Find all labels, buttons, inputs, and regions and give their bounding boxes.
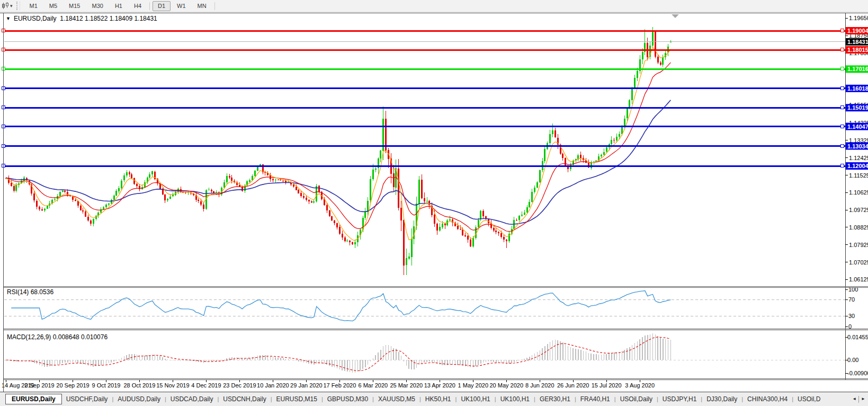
hline-1.14047[interactable] — [2, 125, 846, 128]
tab-xauusd-m5[interactable]: XAUUSD,M5 — [374, 395, 419, 403]
time-axis[interactable]: 14 Aug 20192 Sep 201920 Sep 20199 Oct 20… — [2, 380, 655, 389]
chart-canvas[interactable]: 1.196501.187501.178501.169501.160501.151… — [0, 13, 868, 392]
timeframe-button-m15[interactable]: M15 — [64, 1, 85, 11]
tab-eurusd-m15[interactable]: EURUSD,M15 — [272, 395, 321, 403]
candle — [211, 189, 212, 193]
date-tick-label: 20 Sep 2019 — [56, 382, 89, 389]
tab-china300-h4[interactable]: CHINA300,H4 — [743, 395, 792, 403]
tab-usdjpy-h1[interactable]: USDJPY,H1 — [658, 395, 701, 403]
tab-ger30-h1[interactable]: GER30,H1 — [535, 395, 575, 403]
candle — [649, 42, 651, 59]
date-tick-label: 9 Oct 2019 — [92, 382, 121, 389]
hline-right-handle — [841, 29, 844, 32]
tab-hk50-h1[interactable]: HK50,H1 — [421, 395, 455, 403]
tab-usdchf-daily[interactable]: USDCHF,Daily — [62, 395, 112, 403]
pane-separators[interactable] — [3, 287, 868, 380]
candle — [475, 225, 477, 240]
hline-right-handle — [841, 164, 844, 167]
candle — [611, 136, 612, 146]
tab-usoil-daily[interactable]: USOil,Daily — [616, 395, 657, 403]
price-tick-label: 1.19650 — [849, 15, 868, 21]
date-tick-label: 8 Jun 2020 — [525, 382, 554, 389]
date-tick-label: 1 May 2020 — [458, 382, 488, 389]
timeframe-button-d1[interactable]: D1 — [153, 1, 171, 11]
date-tick-label: 20 May 2020 — [489, 382, 523, 389]
candle — [164, 194, 166, 203]
chevron-down-icon[interactable]: ▾ — [10, 3, 13, 8]
macd-pane: 0.0145560.00-0.009001 — [4, 333, 868, 376]
hline-1.12004[interactable] — [2, 164, 846, 167]
hline-price-badge: 1.19004 — [846, 27, 868, 34]
hline-price-badge: 1.18015 — [846, 46, 868, 54]
hline-right-handle — [841, 48, 844, 51]
candle — [655, 30, 656, 58]
hline-price-badge: 1.14047 — [846, 123, 868, 130]
chart-tabs-bar: EURUSD,DailyUSDCHF,Daily|AUDUSD,Daily|US… — [0, 392, 868, 406]
chart-title: ▼EURUSD,Daily 1.18412 1.18522 1.18409 1.… — [6, 15, 157, 22]
candle — [167, 198, 168, 202]
candlestick-chart-icon[interactable] — [2, 2, 10, 10]
timeframe-button-w1[interactable]: W1 — [172, 1, 191, 11]
scroll-left-icon[interactable]: ◄ — [852, 397, 856, 401]
candle — [518, 215, 520, 222]
timeframe-button-mn[interactable]: MN — [192, 1, 212, 11]
rsi-line — [11, 291, 670, 321]
macd-tick-label: 0.00 — [847, 357, 858, 363]
hline-1.13034[interactable] — [2, 144, 846, 147]
candle — [80, 204, 82, 211]
candle — [129, 171, 130, 176]
candle — [536, 181, 538, 188]
timeframe-button-m30[interactable]: M30 — [87, 1, 109, 11]
hline-1.17016[interactable] — [2, 67, 846, 70]
candle — [339, 224, 341, 235]
timeframe-button-m1[interactable]: M1 — [24, 1, 43, 11]
hline-1.18015[interactable] — [2, 48, 846, 51]
tab-uk100-h1[interactable]: UK100,H1 — [496, 395, 534, 403]
timeframe-button-h4[interactable]: H4 — [129, 1, 147, 11]
hline-1.19004[interactable] — [2, 29, 846, 32]
candle — [87, 215, 89, 222]
candle — [208, 188, 210, 190]
candle — [421, 174, 423, 199]
candle — [457, 223, 459, 230]
symbol-label: EURUSD,Daily — [14, 15, 57, 22]
current-price-badge: 1.18431 — [846, 38, 868, 46]
hline-right-handle — [841, 86, 844, 90]
hline-price-badge: 1.13034 — [846, 143, 868, 150]
rsi-label: RSI(14) 68.0536 — [7, 288, 53, 296]
hline-1.16018[interactable] — [2, 86, 846, 90]
toolbar-divider — [214, 2, 215, 10]
candle — [390, 153, 392, 183]
macd-tick-label: 0.014556 — [847, 334, 868, 340]
tab-dj30-daily[interactable]: DJ30,Daily — [702, 395, 741, 403]
candle — [552, 123, 553, 137]
tab-usdcad-daily[interactable]: USDCAD,Daily — [166, 395, 218, 403]
candle — [33, 191, 35, 202]
candle — [306, 196, 307, 201]
candle — [139, 184, 140, 191]
candle — [41, 207, 43, 211]
tab-gbpusd-m30[interactable]: GBPUSD,M30 — [323, 395, 372, 403]
svg-text:1.17016: 1.17016 — [847, 66, 868, 72]
candle — [346, 239, 348, 242]
timeframe-button-m5[interactable]: M5 — [44, 1, 62, 11]
tab-usoil-d[interactable]: USOil,D — [793, 395, 825, 403]
tab-uk100-h1[interactable]: UK100,H1 — [457, 395, 494, 403]
candle — [226, 173, 228, 184]
tab-eurusd-daily[interactable]: EURUSD,Daily — [5, 394, 62, 404]
candle — [329, 210, 330, 217]
scroll-right-icon[interactable]: ► — [861, 397, 865, 401]
candle — [244, 184, 246, 193]
hline-1.15019[interactable] — [2, 106, 846, 109]
tab-fra40-h1[interactable]: FRA40,H1 — [576, 395, 614, 403]
collapse-arrow-icon[interactable]: ▼ — [6, 16, 11, 21]
timeframe-button-h1[interactable]: H1 — [110, 1, 128, 11]
tab-audusd-daily[interactable]: AUDUSD,Daily — [113, 395, 165, 403]
toolbar-grip-handle[interactable] — [16, 2, 20, 10]
candle — [506, 239, 507, 248]
candle — [64, 190, 66, 193]
tab-usdcnh-daily[interactable]: USDCNH,Daily — [219, 395, 270, 403]
macd-label: MACD(12,26,9) 0.008648 0.010076 — [7, 333, 108, 341]
date-tick-label: 10 Jan 2020 — [257, 382, 289, 389]
candle — [634, 75, 636, 89]
